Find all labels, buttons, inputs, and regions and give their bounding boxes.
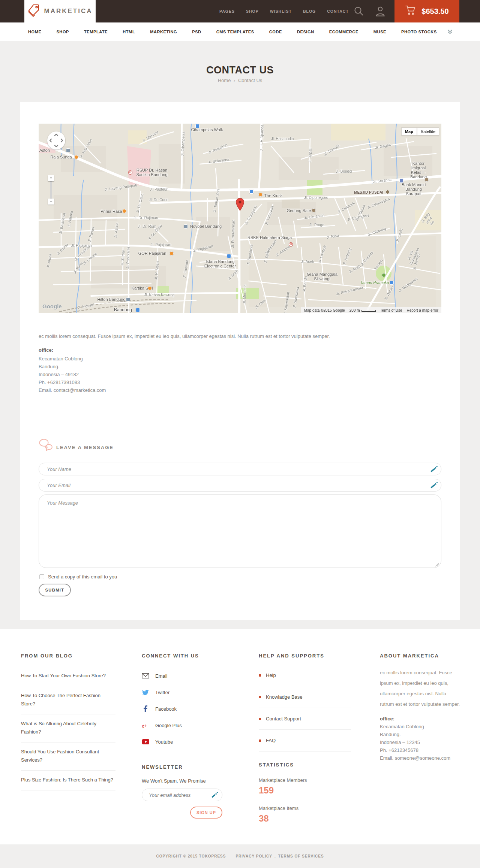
top-nav: PAGESSHOPWISHLISTBLOGCONTACT bbox=[219, 0, 349, 22]
brand-name: MARKETICA bbox=[44, 7, 93, 15]
menu-item-marketing[interactable]: MARKETING bbox=[150, 30, 177, 34]
lodging-poi-icon[interactable] bbox=[126, 297, 130, 302]
about-office-block: office: Kecamatan CoblongBandung.Indones… bbox=[380, 715, 461, 762]
help-link[interactable]: Knowladge Base bbox=[259, 686, 351, 708]
office-address-line: Indonesia – 49182 bbox=[39, 371, 106, 378]
report-map-error-link[interactable]: Report a map error bbox=[407, 308, 438, 312]
blog-post-link[interactable]: How To Start Your Own Fashion Store? bbox=[21, 666, 116, 686]
logo[interactable]: MARKETICA bbox=[24, 0, 96, 22]
menu-item-ecommerce[interactable]: ECOMMERCE bbox=[329, 30, 358, 34]
top-nav-item-shop[interactable]: SHOP bbox=[246, 9, 259, 13]
transit-poi-icon[interactable] bbox=[390, 281, 394, 285]
help-link[interactable]: Help bbox=[259, 665, 351, 686]
search-icon[interactable] bbox=[354, 6, 364, 18]
facebook-icon bbox=[142, 705, 149, 712]
help-link[interactable]: FAQ bbox=[259, 730, 351, 751]
dot-separator: . bbox=[274, 854, 276, 858]
stat-label: Marketplace Items bbox=[259, 805, 351, 811]
email-input[interactable] bbox=[39, 479, 441, 492]
terms-of-services-link[interactable]: TERMS OF SERVICES bbox=[278, 854, 324, 858]
google-map[interactable]: Cihampelas WalkAstonRaja SundaJl. Haji Y… bbox=[39, 124, 441, 313]
map-zoom-slider[interactable] bbox=[50, 181, 52, 199]
park-poi-icon[interactable] bbox=[382, 273, 386, 277]
bank-poi-icon[interactable] bbox=[399, 179, 404, 183]
message-field-wrap bbox=[39, 495, 441, 568]
send-copy-row: Send a copy of this email to you bbox=[39, 574, 117, 580]
map-zoom-in-button[interactable]: + bbox=[48, 175, 54, 181]
send-copy-checkbox[interactable] bbox=[39, 574, 44, 579]
newsletter-input-row bbox=[142, 789, 222, 801]
top-nav-item-blog[interactable]: BLOG bbox=[303, 9, 316, 13]
menu-item-shop[interactable]: SHOP bbox=[56, 30, 69, 34]
about-address-line: Email. someone@someone.com bbox=[380, 754, 461, 762]
map-type-switcher: Map Satellite bbox=[401, 127, 439, 136]
menu-item-muse[interactable]: MUSE bbox=[374, 30, 386, 34]
menu-item-design[interactable]: DESIGN bbox=[297, 30, 314, 34]
terms-of-use-link[interactable]: Terms of Use bbox=[380, 308, 402, 312]
social-label: Email bbox=[155, 673, 168, 679]
restaurant-poi-icon[interactable] bbox=[122, 209, 126, 213]
social-link-email[interactable]: Email bbox=[142, 668, 230, 684]
top-nav-item-wishlist[interactable]: WISHLIST bbox=[270, 9, 292, 13]
blog-post-link[interactable]: How To Choose The Perfect Fashion Store? bbox=[21, 686, 116, 714]
top-nav-item-contact[interactable]: CONTACT bbox=[327, 9, 349, 13]
hospital-poi-icon[interactable]: H bbox=[289, 242, 293, 247]
blog-post-link[interactable]: Should You Use Fashion Consultant Servic… bbox=[21, 743, 116, 771]
social-link-facebook[interactable]: Facebook bbox=[142, 701, 230, 717]
social-link-gplus[interactable]: g+Google Plus bbox=[142, 717, 230, 734]
blog-post-link[interactable]: What is So Alluring About Celebrity Fash… bbox=[21, 714, 116, 743]
lodging-poi-icon[interactable] bbox=[66, 148, 70, 152]
connect-heading: CONNECT WITH US bbox=[142, 653, 230, 659]
sign-up-button[interactable]: SIGN UP bbox=[190, 807, 222, 819]
social-link-youtube[interactable]: Youtube bbox=[142, 734, 230, 750]
message-textarea[interactable] bbox=[39, 495, 441, 568]
mosque-poi-icon[interactable] bbox=[386, 190, 390, 194]
chevron-double-down-icon[interactable] bbox=[447, 29, 453, 36]
menu-item-template[interactable]: TEMPLATE bbox=[84, 30, 108, 34]
menu-item-html[interactable]: HTML bbox=[123, 30, 135, 34]
top-nav-item-pages[interactable]: PAGES bbox=[219, 9, 235, 13]
lodging-poi-icon[interactable] bbox=[184, 224, 188, 229]
transit-poi-icon[interactable] bbox=[227, 254, 231, 258]
map-button[interactable]: Map bbox=[401, 127, 417, 136]
restaurant-poi-icon[interactable] bbox=[258, 193, 262, 197]
map-pan-control[interactable] bbox=[47, 131, 65, 149]
help-link[interactable]: Contact Support bbox=[259, 708, 351, 730]
about-address-line: Bandung. bbox=[380, 731, 461, 738]
help-heading: HELP AND SUPPORTS bbox=[259, 653, 351, 659]
statistics-heading: STATISTICS bbox=[259, 762, 351, 768]
map-marker-pin[interactable] bbox=[236, 198, 244, 213]
social-link-twitter[interactable]: Twitter bbox=[142, 684, 230, 701]
museum-poi-icon[interactable] bbox=[424, 178, 429, 182]
name-input[interactable] bbox=[39, 463, 441, 475]
restaurant-poi-icon[interactable] bbox=[148, 286, 152, 290]
hospital-poi-icon[interactable]: H bbox=[128, 170, 132, 175]
map-zoom-out-button[interactable]: − bbox=[48, 199, 54, 205]
menu-item-photo-stocks[interactable]: PHOTO STOCKS bbox=[401, 30, 437, 34]
square-bullet-icon bbox=[259, 718, 261, 720]
menu-item-cms-templates[interactable]: CMS TEMPLATES bbox=[216, 30, 254, 34]
tag-icon bbox=[28, 4, 40, 19]
menu-item-psd[interactable]: PSD bbox=[192, 30, 201, 34]
footer-divider bbox=[358, 633, 358, 839]
user-icon[interactable] bbox=[375, 6, 386, 18]
privacy-policy-link[interactable]: PRIVACY POLICY bbox=[236, 854, 272, 858]
restaurant-poi-icon[interactable] bbox=[74, 155, 78, 159]
menu-item-home[interactable]: HOME bbox=[28, 30, 41, 34]
blog-post-link[interactable]: Plus Size Fashion: Is There Such a Thing… bbox=[21, 771, 116, 790]
transit-poi-icon[interactable] bbox=[249, 190, 254, 194]
transit-poi-icon[interactable] bbox=[136, 308, 140, 312]
restaurant-poi-icon[interactable] bbox=[170, 251, 174, 255]
send-copy-label[interactable]: Send a copy of this email to you bbox=[48, 574, 117, 580]
chat-bubbles-icon bbox=[39, 438, 53, 453]
breadcrumb-home[interactable]: Home bbox=[218, 78, 231, 83]
transit-poi-icon[interactable] bbox=[195, 124, 200, 128]
cart-button[interactable]: $653.50 bbox=[394, 0, 459, 22]
museum-poi-icon[interactable] bbox=[312, 208, 316, 212]
cart-icon bbox=[405, 5, 416, 17]
submit-button[interactable]: SUBMIT bbox=[39, 584, 71, 596]
satellite-button[interactable]: Satellite bbox=[417, 127, 439, 136]
menu-item-code[interactable]: CODE bbox=[269, 30, 282, 34]
newsletter-email-input[interactable] bbox=[142, 789, 222, 801]
twitter-icon bbox=[142, 690, 149, 695]
